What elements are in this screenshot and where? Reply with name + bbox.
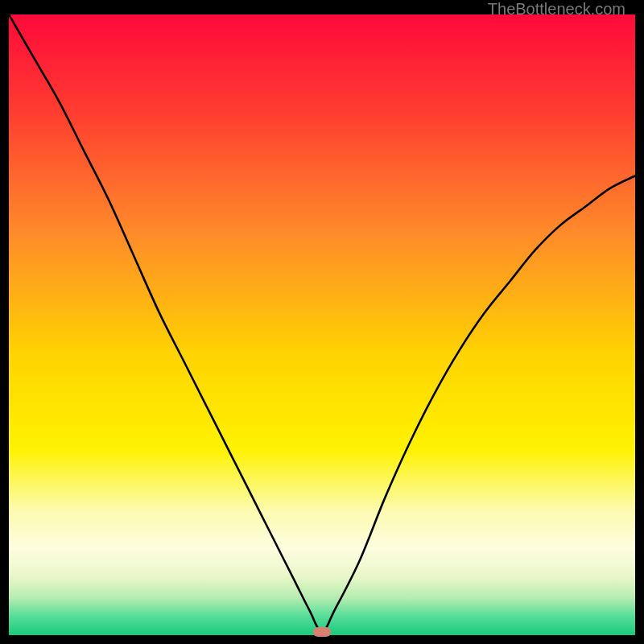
svg-rect-0 [9,14,635,635]
chart-frame: TheBottleneck.com [9,0,635,635]
gradient-background [9,14,635,635]
plot-area [9,14,635,635]
bottleneck-marker [313,627,331,637]
